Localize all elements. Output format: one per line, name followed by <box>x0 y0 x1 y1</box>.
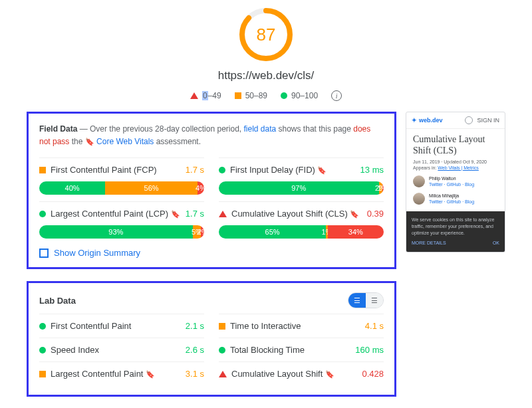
metric-name: Cumulative Layout Shift (CLS) 🔖 <box>231 209 362 219</box>
metric-name: First Input Delay (FID) 🔖 <box>230 165 356 175</box>
avatar <box>413 175 425 187</box>
metric-name: First Contentful Paint <box>51 321 181 331</box>
lab-metric: Cumulative Layout Shift 🔖0.428 <box>219 361 384 385</box>
lab-data-panel: Lab Data ☰ ☰ First Contentful Paint2.1 s… <box>27 281 396 397</box>
bookmark-icon: 🔖 <box>85 138 94 146</box>
show-origin-summary[interactable]: Show Origin Summary <box>39 248 384 258</box>
core-web-vitals-link[interactable]: Core Web Vitals <box>96 137 154 146</box>
bookmark-icon: 🔖 <box>171 210 180 218</box>
toggle-left[interactable]: ☰ <box>348 293 366 308</box>
metric-name: Largest Contentful Paint 🔖 <box>51 369 181 379</box>
legend-average: 50–89 <box>235 91 267 100</box>
distribution-bar: 97%2%1% <box>219 181 384 195</box>
avatar <box>413 193 425 205</box>
square-orange-icon <box>39 167 46 173</box>
metric-value: 3.1 s <box>186 369 204 379</box>
cookie-banner: We serve cookies on this site to analyze… <box>406 211 505 252</box>
field-metric: First Input Delay (FID) 🔖13 ms97%2%1% <box>219 157 384 195</box>
bookmark-icon: 🔖 <box>146 370 155 378</box>
preview-appears: Appears in: Web Vitals | Metrics <box>413 165 498 170</box>
checkbox-icon[interactable] <box>39 249 49 258</box>
square-orange-icon <box>235 92 241 99</box>
lab-data-title: Lab Data <box>39 296 348 306</box>
cookie-ok-button[interactable]: OK <box>493 240 499 247</box>
lab-metric: First Contentful Paint2.1 s <box>39 314 204 338</box>
metric-value: 1.7 s <box>186 165 204 175</box>
metric-value: 1.7 s <box>186 209 204 219</box>
circle-green-icon <box>39 323 46 330</box>
legend-good: 90–100 <box>281 91 318 100</box>
toggle-right[interactable]: ☰ <box>366 293 383 308</box>
view-toggle[interactable]: ☰ ☰ <box>348 292 384 308</box>
lab-metric: Speed Index2.6 s <box>39 338 204 361</box>
triangle-red-icon <box>190 92 198 99</box>
metric-name: Cumulative Layout Shift 🔖 <box>231 369 357 379</box>
metric-value: 160 ms <box>355 345 384 355</box>
info-icon[interactable]: i <box>331 90 342 101</box>
field-metric: Largest Contentful Paint (LCP) 🔖1.7 s93%… <box>39 201 204 239</box>
preview-title: Cumulative Layout Shift (CLS) <box>413 134 498 157</box>
field-metric: First Contentful Paint (FCP)1.7 s40%56%4… <box>39 157 204 195</box>
metric-value: 2.1 s <box>186 321 204 331</box>
lab-metric: Total Blocking Time160 ms <box>219 338 384 361</box>
distribution-bar: 40%56%4% <box>39 181 204 195</box>
metric-name: Speed Index <box>51 345 181 355</box>
metric-value: 0.39 <box>367 209 384 219</box>
field-data-link[interactable]: field data <box>243 124 276 134</box>
circle-green-icon <box>39 211 46 217</box>
metric-value: 2.6 s <box>186 345 204 355</box>
metric-name: First Contentful Paint (FCP) <box>51 165 181 175</box>
score-value: 87 <box>238 7 294 62</box>
field-data-panel: Field Data — Over the previous 28-day co… <box>27 112 396 269</box>
score-legend: 0–49 50–89 90–100 i <box>190 90 342 101</box>
distribution-bar: 93%5%2% <box>39 225 204 239</box>
sign-in-button[interactable]: SIGN IN <box>477 117 499 124</box>
more-details-link[interactable]: MORE DETAILS <box>412 240 446 247</box>
author-row: Philip WaltonTwitter · GitHub · Blog <box>413 175 498 187</box>
triangle-red-icon <box>219 211 227 217</box>
preview-date: Jun 11, 2019 · Updated Oct 9, 2020 <box>413 159 498 164</box>
lab-metric: Time to Interactive4.1 s <box>219 314 384 338</box>
metric-value: 13 ms <box>360 165 384 175</box>
preview-brand: ✦web.dev <box>412 117 443 124</box>
metric-value: 4.1 s <box>365 321 384 331</box>
bookmark-icon: 🔖 <box>317 166 327 174</box>
circle-green-icon <box>219 347 225 354</box>
tested-url: https://web.dev/cls/ <box>218 69 315 82</box>
metric-name: Total Blocking Time <box>230 345 350 355</box>
metric-name: Time to Interactive <box>230 321 360 331</box>
metric-name: Largest Contentful Paint (LCP) 🔖 <box>51 209 181 219</box>
distribution-bar: 65%1%34% <box>219 225 384 239</box>
author-row: Milica MihajlijaTwitter · GitHub · Blog <box>413 193 498 205</box>
page-preview: ✦web.dev SIGN IN Cumulative Layout Shift… <box>406 112 505 253</box>
triangle-red-icon <box>219 371 227 377</box>
circle-green-icon <box>281 92 287 99</box>
score-gauge: 87 https://web.dev/cls/ 0–49 50–89 90–10… <box>27 7 505 101</box>
metric-value: 0.428 <box>362 369 384 379</box>
field-data-description: Field Data — Over the previous 28-day co… <box>39 123 384 148</box>
bookmark-icon: 🔖 <box>325 370 334 378</box>
circle-green-icon <box>219 167 225 173</box>
search-icon[interactable] <box>465 116 473 124</box>
circle-green-icon <box>39 347 46 354</box>
square-orange-icon <box>39 371 46 377</box>
field-metric: Cumulative Layout Shift (CLS) 🔖0.3965%1%… <box>219 201 384 239</box>
square-orange-icon <box>219 323 225 330</box>
legend-poor: 0–49 <box>190 91 221 100</box>
bookmark-icon: 🔖 <box>350 210 359 218</box>
lab-metric: Largest Contentful Paint 🔖3.1 s <box>39 361 204 385</box>
